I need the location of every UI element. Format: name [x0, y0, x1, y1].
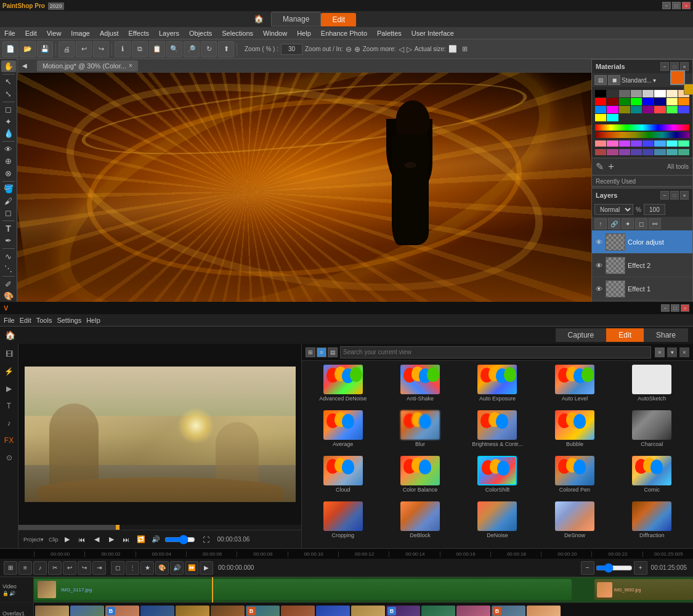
color-cell[interactable]: [678, 98, 689, 105]
vs-tl-audio-btn[interactable]: ♪: [33, 561, 47, 575]
tb-rotate[interactable]: ↻: [201, 41, 217, 57]
color-cell[interactable]: [667, 140, 678, 147]
color-cell[interactable]: [667, 90, 678, 97]
vs-menu-tools[interactable]: Tools: [36, 317, 52, 324]
vs-tl-undo-btn[interactable]: ↩: [63, 561, 76, 575]
color-cell[interactable]: [654, 149, 665, 155]
ov-clip[interactable]: [211, 606, 245, 616]
psp-menu-view[interactable]: View: [45, 30, 63, 37]
vs-tl-storyboard-btn[interactable]: ⊞: [4, 561, 17, 575]
color-cell[interactable]: [678, 140, 689, 147]
color-cell[interactable]: [619, 90, 630, 97]
tool-select[interactable]: ↖: [1, 76, 16, 87]
layer-eye-icon[interactable]: 👁: [594, 285, 603, 293]
vs-tl-end-btn[interactable]: ⇥: [92, 561, 106, 575]
tool-magic[interactable]: ✦: [1, 116, 16, 128]
vs-maximize-btn[interactable]: □: [671, 304, 679, 312]
vs-scrub-handle[interactable]: [116, 525, 120, 530]
color-cell[interactable]: [654, 140, 665, 147]
vs-clip-2[interactable]: IMG_9693.jpg: [594, 579, 694, 600]
color-cell[interactable]: [631, 98, 642, 105]
ov-clip[interactable]: B: [105, 606, 139, 616]
color-cell[interactable]: [619, 149, 630, 155]
color-cell[interactable]: [607, 114, 618, 121]
vs-tl-zoom-out-btn[interactable]: −: [581, 561, 594, 575]
vs-fx-grid-btn[interactable]: ⊞: [306, 347, 315, 357]
zoom-left-btn[interactable]: ◁: [399, 45, 404, 54]
vs-menu-settings[interactable]: Settings: [57, 317, 81, 324]
tool-eyedrop[interactable]: ✐: [1, 278, 16, 290]
tb-info[interactable]: ℹ: [115, 41, 131, 57]
layers-close[interactable]: ×: [680, 191, 689, 200]
vs-tl-more-btn[interactable]: ▶: [200, 561, 213, 575]
layer-add-btn[interactable]: ↑: [594, 218, 607, 229]
effect-item-blur[interactable]: Blur: [383, 410, 457, 453]
effect-item-auto-level[interactable]: Auto Level: [537, 365, 612, 408]
layer-fx-btn[interactable]: ✦: [622, 218, 634, 229]
opacity-input[interactable]: [644, 204, 665, 215]
zoom-minus-btn[interactable]: ⊖: [346, 45, 352, 54]
psp-menu-effects[interactable]: Effects: [127, 30, 151, 37]
layer-merge-btn[interactable]: 🔗: [608, 218, 620, 229]
tool-scratch[interactable]: ⊗: [1, 168, 16, 179]
zoom-right-btn[interactable]: ▷: [407, 45, 412, 54]
color-cell[interactable]: [607, 90, 618, 97]
layer-mask-btn[interactable]: ◻: [635, 218, 647, 229]
effect-item-average[interactable]: Average: [306, 410, 380, 453]
ov-clip[interactable]: [176, 606, 209, 616]
effect-item-colored-pen[interactable]: Colored Pen: [537, 456, 612, 499]
effect-item-color-balance[interactable]: Color Balance: [383, 456, 457, 499]
psp-menu-image[interactable]: Image: [69, 30, 92, 37]
mat-icon-2[interactable]: ◼: [608, 75, 620, 85]
tool-fill[interactable]: 🪣: [1, 183, 16, 195]
vs-menu-help[interactable]: Help: [86, 317, 100, 324]
vs-menu-file[interactable]: File: [4, 317, 15, 324]
vs-minimize-btn[interactable]: −: [661, 304, 670, 312]
materials-minimize[interactable]: −: [660, 62, 669, 71]
mat-foreground-color[interactable]: [670, 70, 685, 85]
layer-eye-icon[interactable]: 👁: [594, 261, 603, 270]
vs-tl-zoom-slider[interactable]: [596, 564, 633, 572]
color-cell[interactable]: [607, 149, 618, 155]
layer-item-color-adjust[interactable]: 👁 Color adjust: [592, 230, 692, 254]
psp-minimize-btn[interactable]: −: [662, 2, 671, 9]
layer-link-btn[interactable]: ⚯: [649, 218, 661, 229]
mat-dropdown[interactable]: Standard... ▾: [622, 77, 667, 84]
tb-paste[interactable]: 📋: [149, 41, 165, 57]
color-cell[interactable]: [631, 90, 642, 97]
tool-blend[interactable]: ⋱: [1, 263, 16, 275]
psp-menu-help[interactable]: Help: [295, 30, 313, 37]
vs-volume-slider[interactable]: [164, 535, 195, 544]
vs-video-mute-icon[interactable]: 🔊: [9, 591, 15, 596]
psp-menu-edit[interactable]: Edit: [23, 30, 39, 37]
blend-mode-dropdown[interactable]: Normal: [594, 204, 633, 215]
psp-menu-enhance[interactable]: Enhance Photo: [319, 30, 369, 37]
ov-clip[interactable]: [316, 606, 350, 616]
color-cell[interactable]: [654, 98, 665, 105]
layer-item-effect2[interactable]: 👁 Effect 2: [592, 254, 692, 277]
materials-detach[interactable]: □: [670, 62, 679, 71]
tool-brush[interactable]: 🖌: [1, 195, 16, 207]
vs-home-btn[interactable]: 🏠: [5, 330, 15, 340]
psp-menu-file[interactable]: File: [2, 30, 17, 37]
vs-clip-1[interactable]: IMG_3117.jpg: [34, 579, 572, 600]
color-cell[interactable]: [642, 106, 654, 113]
vs-tl-speed-btn[interactable]: ⏩: [185, 561, 198, 575]
ov-clip[interactable]: [70, 606, 104, 616]
tb-redo[interactable]: ↪: [93, 41, 109, 57]
psp-home-tab[interactable]: 🏠: [246, 11, 271, 26]
vs-tl-zoom-in-btn[interactable]: +: [634, 561, 647, 575]
vs-sb-transition[interactable]: ▶: [1, 381, 17, 397]
effect-item-diffraction[interactable]: Diffraction: [615, 501, 689, 545]
vs-share-tab[interactable]: Share: [644, 328, 688, 342]
tool-smear[interactable]: ∿: [1, 251, 16, 262]
vs-play-btn[interactable]: ▶: [61, 533, 73, 546]
vs-sb-instant[interactable]: ⚡: [1, 363, 17, 379]
vs-sb-fx[interactable]: FX: [1, 432, 17, 448]
vs-effects-menu-btn[interactable]: ▾: [667, 347, 677, 357]
tool-redeye[interactable]: 👁: [1, 144, 16, 155]
vs-menu-edit[interactable]: Edit: [20, 317, 31, 324]
effect-item-desnow[interactable]: DeSnow: [537, 501, 612, 545]
color-cell[interactable]: [642, 149, 654, 155]
tb-zoomout[interactable]: 🔎: [184, 41, 200, 57]
